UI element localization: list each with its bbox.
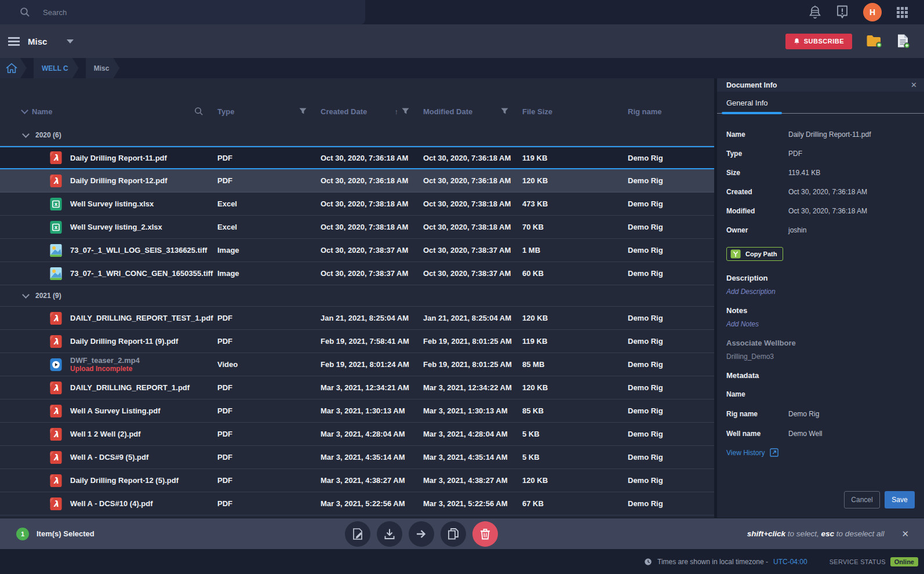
add-folder-icon[interactable] [866, 34, 882, 48]
column-header-name[interactable]: Name [0, 107, 217, 116]
metadata-rig-value[interactable]: Demo Rig [788, 409, 915, 419]
breadcrumb-item-well-c[interactable]: WELL C [34, 58, 79, 78]
copy-path-label: Copy Path [745, 250, 777, 257]
column-label: File Size [522, 107, 552, 116]
column-search-icon[interactable] [194, 107, 203, 116]
rig-name: Demo Rig [628, 223, 714, 231]
filter-funnel-icon[interactable] [402, 108, 409, 115]
group-label: 2021 (9) [35, 292, 61, 300]
modified-date: Oct 30, 2020, 7:38:18 AM [423, 199, 522, 208]
apps-grid-icon[interactable] [897, 7, 908, 18]
chevron-down-icon[interactable] [67, 39, 74, 43]
timezone-value-link[interactable]: UTC-04:00 [773, 558, 807, 566]
file-name: Daily Drilling Report-12.pdf [70, 176, 168, 185]
menu-icon[interactable] [8, 37, 20, 46]
rig-name: Demo Rig [628, 430, 714, 438]
copy-path-button[interactable]: Copy Path [726, 247, 783, 261]
selected-label: Item(s) Selected [37, 529, 94, 538]
image-file-icon [49, 267, 63, 281]
add-description-link[interactable]: Add Description [726, 288, 915, 296]
table-row[interactable]: Daily Drilling Report-12 (5).pdf PDF Mar… [0, 469, 714, 492]
add-notes-link[interactable]: Add Notes [726, 320, 915, 328]
table-row[interactable]: Daily Drilling Report-12.pdf PDF Oct 30,… [0, 169, 714, 192]
search-bar[interactable] [0, 0, 365, 24]
chevron-down-icon [22, 130, 30, 138]
table-row[interactable]: Well A - DCS#10 (4).pdf PDF Mar 3, 2021,… [0, 492, 714, 515]
table-row[interactable]: Well Survey listing.xlsx Excel Oct 30, 2… [0, 192, 714, 216]
field-label: Type [726, 148, 788, 159]
table-row[interactable]: 73_07-_1_WRI_CONC_GEN_1650355.tiff Image… [0, 262, 714, 285]
file-name: 73_07-_1_WRI_CONC_GEN_1650355.tiff [70, 269, 213, 278]
file-name: Daily Drilling Report-11.pdf [70, 154, 167, 162]
group-row-2020[interactable]: 2020 (6) [0, 125, 714, 146]
table-row[interactable]: DAILY_DRILLING_REPORT_1.pdf PDF Mar 3, 2… [0, 376, 714, 399]
search-input[interactable] [43, 8, 298, 17]
file-name: Daily Drilling Report-12 (5).pdf [70, 476, 179, 485]
column-header-modified[interactable]: Modified Date [423, 107, 522, 116]
associate-wellbore-heading: Associate Wellbore [726, 339, 915, 347]
modified-date: Mar 3, 2021, 4:35:14 AM [423, 453, 522, 462]
file-type: Image [217, 246, 321, 255]
breadcrumb-item-misc[interactable]: Misc [86, 58, 120, 78]
save-button[interactable]: Save [885, 491, 915, 508]
column-header-rig[interactable]: Rig name [628, 107, 714, 116]
table-row[interactable]: Well A - DCS#9 (5).pdf PDF Mar 3, 2021, … [0, 446, 714, 469]
user-avatar[interactable]: H [863, 3, 882, 21]
modified-date: Oct 30, 2020, 7:38:37 AM [423, 269, 522, 278]
download-button[interactable] [377, 521, 402, 547]
file-type: Image [217, 269, 321, 278]
created-date: Mar 3, 2021, 5:22:56 AM [321, 499, 423, 508]
file-name: Well A Survey Listing.pdf [70, 406, 161, 415]
breadcrumb-home[interactable] [0, 58, 27, 78]
file-size: 120 KB [522, 383, 628, 392]
sort-ascending-icon[interactable]: ↑ [395, 107, 399, 116]
close-icon[interactable]: ✕ [901, 529, 909, 539]
table-row[interactable]: Well Survey listing_2.xlsx Excel Oct 30,… [0, 216, 714, 239]
file-name: DAILY_DRILLING_REPORT_1.pdf [70, 383, 190, 392]
created-date: Oct 30, 2020, 7:36:18 AM [321, 176, 423, 185]
column-header-type[interactable]: Type [217, 107, 321, 116]
modified-date: Mar 3, 2021, 5:22:56 AM [423, 499, 522, 508]
filter-funnel-icon[interactable] [299, 108, 307, 115]
column-header-created[interactable]: Created Date ↑ [321, 107, 423, 116]
table-row[interactable]: 73_07-_1_WLI_LOG_SEIS_3136625.tiff Image… [0, 239, 714, 262]
column-header-size[interactable]: File Size [522, 107, 628, 116]
metadata-name-value[interactable] [788, 389, 915, 399]
pdf-file-icon [49, 311, 63, 325]
group-row-2021[interactable]: 2021 (9) [0, 285, 714, 307]
folder-toolbar: Misc SUBSCRIBE [0, 24, 924, 58]
table-row[interactable]: DAILY_DRILLING_REPORT_TEST_1.pdf PDF Jan… [0, 307, 714, 330]
file-type: PDF [217, 383, 321, 392]
table-row[interactable]: Well 1 2 Well (2).pdf PDF Mar 3, 2021, 4… [0, 423, 714, 446]
breadcrumb-label: WELL C [42, 64, 68, 72]
modified-date: Feb 19, 2021, 8:01:25 AM [423, 360, 522, 369]
tab-general-info[interactable]: General Info [717, 99, 768, 113]
view-history-link[interactable]: View History [726, 448, 915, 457]
table-row[interactable]: Daily Drilling Report-11.pdf PDF Oct 30,… [0, 146, 714, 169]
modified-date: Oct 30, 2020, 7:38:18 AM [423, 223, 522, 231]
file-size: 119 KB [522, 337, 628, 346]
status-footer: Times are shown in local timezone - UTC-… [0, 549, 924, 574]
filter-funnel-icon[interactable] [501, 108, 508, 115]
table-row[interactable]: Well A Survey Listing.pdf PDF Mar 3, 202… [0, 399, 714, 423]
subscribe-button[interactable]: SUBSCRIBE [785, 34, 852, 49]
table-row[interactable]: DWF_teaser_2.mp4 Upload Incomplete Video… [0, 353, 714, 376]
delete-button[interactable] [472, 521, 498, 547]
add-document-icon[interactable] [896, 34, 910, 49]
move-button[interactable] [409, 521, 434, 547]
document-table: Name Type Created Date ↑ Modified Date F… [0, 78, 714, 518]
edit-button[interactable] [345, 521, 370, 547]
video-file-icon [49, 358, 63, 372]
notification-bell-icon[interactable] [809, 5, 821, 19]
pdf-file-icon [49, 427, 63, 441]
created-date: Mar 3, 2021, 1:30:13 AM [321, 406, 423, 415]
rig-name: Demo Rig [628, 314, 714, 322]
table-row[interactable]: Daily Drilling Report-11 (9).pdf PDF Feb… [0, 330, 714, 353]
pdf-file-icon [49, 381, 63, 395]
created-date: Mar 3, 2021, 12:34:21 AM [321, 383, 423, 392]
release-notes-icon[interactable] [836, 5, 848, 19]
metadata-well-value[interactable]: Demo Well [788, 428, 915, 439]
close-icon[interactable]: ✕ [911, 81, 917, 89]
copy-button[interactable] [441, 521, 466, 547]
cancel-button[interactable]: Cancel [844, 491, 880, 508]
